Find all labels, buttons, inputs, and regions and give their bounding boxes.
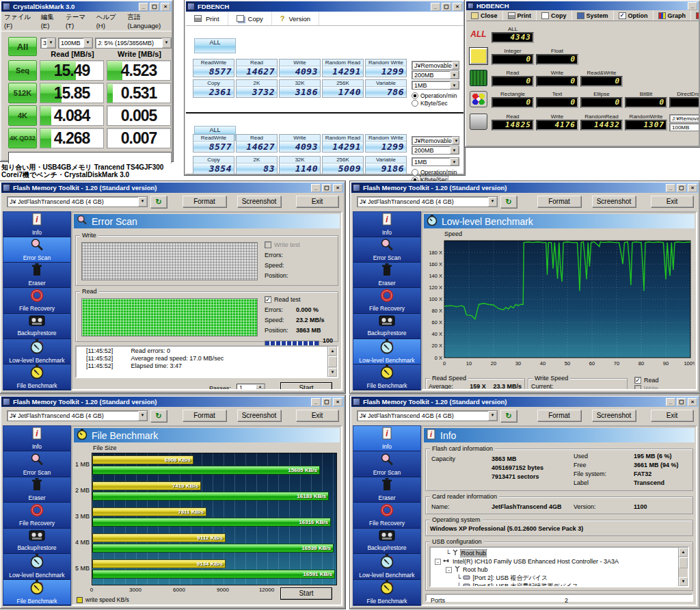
step-up-icon[interactable]: ▲ [256, 384, 265, 389]
print-button[interactable]: Print [503, 10, 537, 21]
minimize-button[interactable]: _ [666, 398, 675, 406]
sidebar-item-info[interactable]: iInfo [353, 212, 420, 237]
sidebar-item-file-recovery[interactable]: File Recovery [353, 288, 420, 313]
log-box[interactable]: [11:45:52]Read errors: 0[11:45:52]Averag… [75, 345, 338, 378]
sidebar-item-low-level-benchmark[interactable]: Low-level Benchmark [3, 339, 70, 364]
write-test-checkbox[interactable]: Write test [265, 241, 300, 248]
minimize-button[interactable]: _ [311, 398, 321, 406]
expand-icon[interactable]: - [435, 559, 441, 565]
screenshot-button[interactable]: Screenshot [237, 196, 281, 207]
sidebar-item-eraser[interactable]: Eraser [3, 477, 70, 503]
update-button[interactable]: Update [691, 10, 700, 21]
menu-item-4[interactable]: 言語(Language) [128, 13, 169, 29]
close-button[interactable]: × [333, 184, 342, 192]
chevron-down-icon[interactable]: ▼ [452, 137, 459, 144]
format-button[interactable]: Format [183, 410, 226, 421]
refresh-button[interactable]: ↻ [500, 196, 517, 208]
all-button[interactable]: ALL [194, 38, 236, 53]
maximize-button[interactable]: ▢ [677, 398, 686, 406]
drive-combobox[interactable]: J¥ JetFlashTranscend 4GB (4 GB) ▼ [357, 196, 498, 207]
chevron-down-icon[interactable]: ▼ [162, 38, 171, 48]
chevron-down-icon[interactable]: ▼ [83, 38, 92, 48]
tree-scrollbar[interactable]: ▲▼ [678, 548, 688, 586]
menu-item-1[interactable]: 編集(E) [41, 13, 60, 29]
usb-tree-node-2[interactable]: -Root hub [432, 566, 688, 574]
chevron-down-icon[interactable]: ▼ [488, 197, 497, 207]
exit-button[interactable]: Exit [296, 196, 338, 207]
test-button-512k[interactable]: 512K [8, 83, 37, 103]
run-count-select[interactable]: 3 ▼ [40, 38, 56, 49]
radio-kbyte[interactable]: KByte/Sec [412, 100, 448, 107]
sidebar-item-eraser[interactable]: Eraser [353, 263, 420, 288]
test-button-seq[interactable]: Seq [8, 60, 37, 81]
chevron-down-icon[interactable]: ▼ [450, 146, 459, 154]
menu-item-3[interactable]: ヘルプ(H) [96, 13, 122, 29]
chevron-down-icon[interactable]: ▼ [450, 81, 459, 89]
chevron-down-icon[interactable]: ▼ [138, 197, 147, 207]
maximize-button[interactable]: ▢ [442, 3, 451, 11]
sidebar-item-low-level-benchmark[interactable]: Low-level Benchmark [3, 554, 70, 579]
titlebar[interactable]: CrystalDiskMark 3.0 _ ▢ × [1, 1, 172, 12]
menu-item-0[interactable]: ファイル(F) [4, 13, 36, 29]
sidebar-item-error-scan[interactable]: Error Scan [3, 237, 70, 263]
titlebar[interactable]: Flash Memory Toolkit - 1.20 (Standard ve… [351, 397, 699, 407]
sidebar-item-info[interactable]: iInfo [3, 426, 70, 451]
screenshot-button[interactable]: Screenshot [237, 410, 281, 421]
size-select[interactable]: 100MB▼ [669, 123, 700, 131]
sidebar-item-file-recovery[interactable]: File Recovery [3, 288, 70, 313]
sidebar-item-eraser[interactable]: Eraser [353, 477, 420, 503]
sidebar-item-backup-restore[interactable]: Backup/restore [353, 314, 420, 339]
minimize-button[interactable]: _ [311, 184, 321, 192]
maximize-button[interactable]: ▢ [322, 184, 332, 192]
expand-icon[interactable]: - [446, 567, 452, 573]
close-button[interactable]: × [688, 398, 697, 406]
titlebar[interactable]: HDBENCH _ [466, 1, 699, 10]
sidebar-item-error-scan[interactable]: Error Scan [3, 451, 70, 477]
drive-select[interactable]: J:¥Removab▼ [669, 114, 700, 122]
minimize-button[interactable]: _ [688, 2, 697, 10]
screenshot-button[interactable]: Screenshot [592, 196, 636, 207]
maximize-button[interactable]: ▢ [677, 184, 686, 192]
scroll-thumb[interactable] [679, 557, 688, 568]
graph-button[interactable]: Graph [654, 10, 692, 21]
passes-stepper[interactable]: 1 ▲▼ [237, 384, 265, 390]
titlebar[interactable]: Flash Memory Toolkit - 1.20 (Standard ve… [1, 183, 344, 193]
menu-item-2[interactable]: テーマ(T) [66, 13, 91, 29]
usb-tree-node-3[interactable]: └[Port 2]: USB 複合デバイス [432, 574, 688, 582]
step-down-icon[interactable]: ▼ [256, 389, 265, 390]
format-button[interactable]: Format [183, 196, 226, 207]
usb-tree-node-4[interactable]: └[Port 5]: USB 大容量記憶装置デバイス [432, 582, 688, 587]
sidebar-item-eraser[interactable]: Eraser [3, 263, 70, 288]
exit-button[interactable]: Exit [651, 196, 693, 207]
chevron-down-icon[interactable]: ▼ [450, 158, 459, 165]
refresh-button[interactable]: ↻ [150, 196, 167, 208]
option-button[interactable]: ✓Option [614, 10, 654, 21]
chevron-down-icon[interactable]: ▼ [46, 38, 55, 48]
sidebar-item-info[interactable]: iInfo [3, 212, 70, 237]
radio-operation[interactable]: Operation/min [412, 92, 457, 99]
drive-select[interactable]: J: 5% (195/3856MB) ▼ [95, 38, 172, 49]
sidebar-item-backup-restore[interactable]: Backup/restore [3, 529, 70, 554]
drive-select[interactable]: J¥Removable▼ [412, 61, 459, 70]
stepper-arrows[interactable]: ▲▼ [256, 384, 265, 390]
unit-select[interactable]: 1MB▼ [412, 157, 459, 166]
read-checkbox[interactable]: ✓Read [634, 377, 695, 384]
drive-combobox[interactable]: J¥ JetFlashTranscend 4GB (4 GB) ▼ [7, 196, 148, 207]
close-button[interactable]: Close [466, 10, 503, 21]
close-button[interactable]: × [333, 398, 342, 406]
scroll-up-icon[interactable]: ▲ [679, 548, 688, 557]
close-button[interactable]: × [161, 3, 170, 11]
exit-button[interactable]: Exit [296, 410, 338, 421]
scroll-down-icon[interactable]: ▼ [679, 577, 688, 586]
size-select[interactable]: 200MB▼ [412, 146, 459, 155]
sidebar-item-file-benchmark[interactable]: File Benchmark [3, 364, 70, 390]
scroll-up-icon[interactable]: ▲ [328, 347, 337, 356]
sidebar-item-error-scan[interactable]: Error Scan [353, 451, 420, 477]
scroll-down-icon[interactable]: ▼ [328, 368, 337, 377]
screenshot-button[interactable]: Screenshot [592, 410, 636, 421]
minimize-button[interactable]: _ [139, 3, 148, 11]
refresh-button[interactable]: ↻ [150, 410, 167, 422]
usb-tree-node-1[interactable]: -Intel(R) ICH10 Family USB Enhanced Host… [432, 557, 688, 566]
chevron-down-icon[interactable]: ▼ [488, 411, 497, 421]
unit-select[interactable]: 1MB▼ [412, 81, 459, 90]
